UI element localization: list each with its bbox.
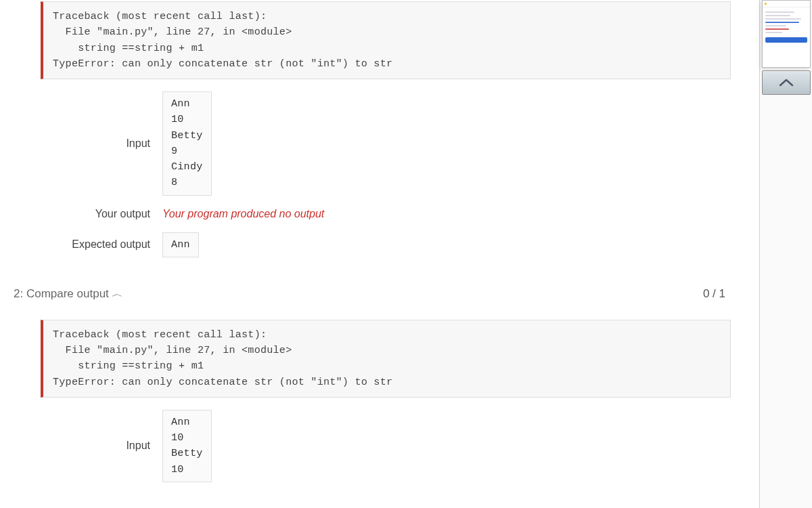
your-output-msg-1: Your program produced no output [162, 208, 324, 220]
scroll-up-button[interactable] [762, 70, 811, 95]
input-label-1: Input [14, 137, 162, 150]
test-section-2-title: 2: Compare output [14, 287, 109, 301]
input-row-2: Input Ann 10 Betty 10 [14, 410, 731, 482]
input-data-2: Ann 10 Betty 10 [162, 410, 212, 482]
chevron-up-icon: ︿ [112, 288, 123, 300]
expected-output-row-1: Expected output Ann [14, 232, 731, 257]
expected-output-data-1: Ann [162, 232, 199, 257]
page-thumbnail[interactable] [762, 0, 811, 68]
input-data-1: Ann 10 Betty 9 Cindy 8 [162, 91, 212, 196]
your-output-row-1: Your output Your program produced no out… [14, 208, 731, 220]
your-output-label-1: Your output [14, 208, 162, 220]
expected-output-label-1: Expected output [14, 238, 162, 251]
test-section-2-header[interactable]: 2: Compare output ︿ 0 / 1 [14, 278, 731, 310]
chevron-up-icon [778, 78, 794, 87]
traceback-output-2: Traceback (most recent call last): File … [41, 320, 731, 398]
input-row-1: Input Ann 10 Betty 9 Cindy 8 [14, 91, 731, 196]
test-section-2-score: 0 / 1 [703, 287, 725, 301]
traceback-output-1: Traceback (most recent call last): File … [41, 1, 731, 79]
right-sidebar [759, 0, 812, 508]
input-label-2: Input [14, 440, 162, 452]
